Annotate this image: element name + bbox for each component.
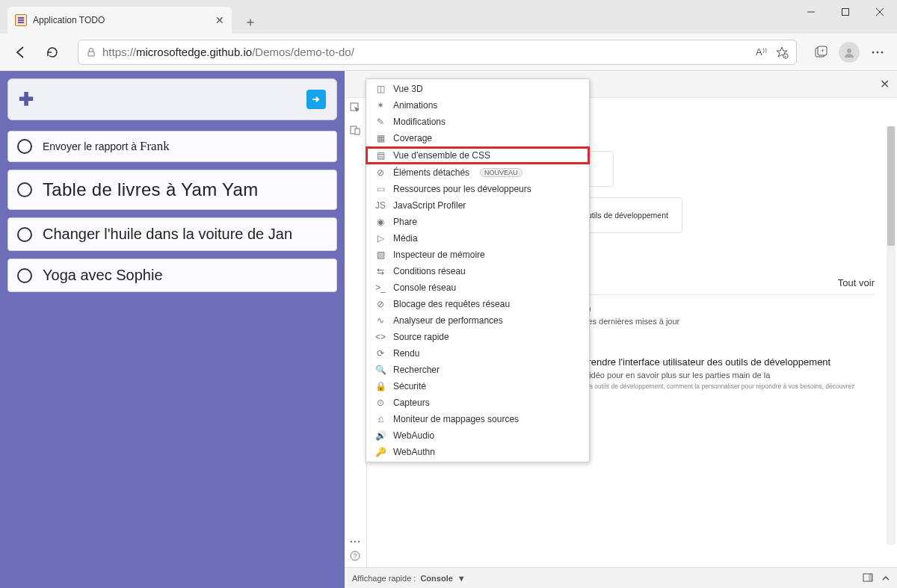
todo-item[interactable]: Changer l'huile dans la voiture de Jan (7, 217, 337, 251)
dock-icon[interactable] (863, 573, 873, 584)
svg-rect-17 (355, 129, 360, 134)
svg-point-25 (358, 541, 360, 542)
drawer-tab[interactable]: Console (420, 574, 452, 583)
todo-checkbox[interactable] (17, 182, 32, 197)
browser-tabstrip: Application TODO ✕ ＋ (0, 0, 897, 34)
menu-item[interactable]: ⎌Moniteur de mappages sources (366, 411, 589, 427)
more-button[interactable] (866, 40, 890, 64)
menu-item-icon: ∿ (375, 315, 386, 326)
menu-item[interactable]: ⇆Conditions réseau (366, 263, 589, 279)
more-tools-icon[interactable] (350, 533, 362, 545)
devtools-activity-bar (345, 98, 367, 567)
profile-button[interactable] (837, 40, 861, 64)
todo-checkbox[interactable] (17, 139, 32, 154)
collections-icon[interactable]: + (809, 40, 833, 64)
menu-item[interactable]: ⊙Capteurs (366, 394, 589, 411)
menu-item[interactable]: ▧Inspecteur de mémoire (366, 247, 589, 263)
browser-tab[interactable]: Application TODO ✕ (7, 7, 232, 34)
read-aloud-icon[interactable]: A⁾⁾ (756, 46, 769, 59)
menu-item-label: Phare (393, 217, 417, 227)
reload-button[interactable] (39, 39, 66, 66)
todo-checkbox[interactable] (17, 268, 32, 283)
help-icon[interactable]: ? (350, 551, 362, 563)
menu-item[interactable]: 🔑WebAuthn (366, 444, 589, 460)
menu-item-icon: ▷ (375, 233, 386, 244)
menu-item[interactable]: ⟳Rendu (366, 345, 589, 362)
menu-item-icon: <> (375, 332, 386, 342)
svg-text:A⁾⁾: A⁾⁾ (756, 46, 767, 58)
menu-item[interactable]: ◉Phare (366, 214, 589, 230)
new-tab-button[interactable]: ＋ (238, 10, 263, 34)
menu-item[interactable]: ∿Analyseur de performances (366, 312, 589, 329)
menu-item-label: Modifications (393, 117, 446, 127)
favorite-icon[interactable]: + (775, 46, 789, 59)
menu-item-icon: ⟳ (375, 348, 386, 359)
todo-checkbox[interactable] (17, 227, 32, 242)
menu-item-label: Vue d'ensemble de CSS (393, 150, 490, 161)
menu-item[interactable]: ▭Ressources pour les développeurs (366, 181, 589, 197)
devtools-close-icon[interactable]: ✕ (880, 77, 890, 91)
todo-text: Table de livres à Yam Yam (43, 179, 259, 200)
menu-item-icon: ▧ (375, 250, 386, 260)
menu-item-icon: ◫ (375, 84, 386, 94)
menu-item[interactable]: 🔊WebAudio (366, 427, 589, 444)
svg-point-11 (847, 49, 851, 53)
scrollbar[interactable] (887, 126, 896, 545)
address-bar[interactable]: https://microsoftedge.github.io/Demos/de… (78, 40, 797, 65)
new-badge: NOUVEAU (480, 168, 523, 177)
back-button[interactable] (7, 39, 34, 66)
menu-item-label: Console réseau (393, 282, 456, 293)
menu-item-label: WebAudio (393, 430, 434, 441)
todo-app: ✚ Envoyer le rapport à Frank Table de li… (0, 71, 345, 588)
menu-item[interactable]: ◫Vue 3D (366, 81, 589, 97)
menu-item-label: Ressources pour les développeurs (393, 184, 531, 194)
tab-close-icon[interactable]: ✕ (215, 14, 224, 26)
svg-point-13 (877, 51, 879, 53)
menu-item[interactable]: 🔒Sécurité (366, 378, 589, 394)
maximize-button[interactable] (828, 0, 863, 24)
menu-item[interactable]: ✎Modifications (366, 114, 589, 130)
menu-item-icon: >_ (375, 282, 386, 293)
menu-item-label: Animations (393, 100, 437, 111)
add-task-bar[interactable]: ✚ (7, 78, 337, 120)
todo-item[interactable]: Envoyer le rapport à Frank (7, 131, 337, 162)
tab-title: Application TODO (33, 15, 215, 25)
menu-item-label: Éléments détachés (393, 167, 469, 178)
menu-item-icon: ▤ (375, 150, 386, 161)
menu-item-icon: ⇆ (375, 266, 386, 276)
minimize-button[interactable] (794, 0, 828, 24)
todo-item[interactable]: Table de livres à Yam Yam (7, 170, 337, 210)
menu-item[interactable]: ▤Vue d'ensemble de CSS (366, 146, 590, 164)
inspect-icon[interactable] (350, 102, 362, 114)
device-icon[interactable] (350, 125, 362, 137)
menu-item[interactable]: JSJavaScript Profiler (366, 197, 589, 214)
menu-item[interactable]: ⊘Blocage des requêtes réseau (366, 296, 589, 312)
drawer-dropdown-icon[interactable]: ▼ (457, 574, 466, 583)
menu-item-label: Analyseur de performances (393, 315, 503, 326)
scroll-thumb[interactable] (887, 126, 895, 246)
menu-item[interactable]: ▦Coverage (366, 130, 589, 146)
plus-icon[interactable]: ✚ (19, 89, 34, 110)
menu-item-icon: 🔒 (375, 381, 386, 392)
browser-toolbar: https://microsoftedge.github.io/Demos/de… (0, 34, 897, 71)
menu-item[interactable]: ⊘Éléments détachésNOUVEAU (366, 164, 589, 181)
menu-item[interactable]: ▷Média (366, 230, 589, 247)
menu-item-label: Vue 3D (393, 84, 423, 94)
more-tools-menu: ◫Vue 3D✶Animations✎Modifications▦Coverag… (366, 78, 590, 462)
close-window-button[interactable] (863, 0, 897, 24)
menu-item-label: Source rapide (393, 332, 449, 342)
submit-button[interactable] (306, 90, 326, 109)
menu-item-label: Blocage des requêtes réseau (393, 299, 510, 309)
menu-item[interactable]: >_Console réseau (366, 279, 589, 296)
todo-item[interactable]: Yoga avec Sophie (7, 259, 337, 292)
menu-item-icon: ✶ (375, 100, 386, 111)
menu-item[interactable]: 🔍Rechercher (366, 362, 589, 378)
menu-item[interactable]: ✶Animations (366, 97, 589, 114)
menu-item-label: Moniteur de mappages sources (393, 414, 519, 424)
menu-item[interactable]: <>Source rapide (366, 329, 589, 345)
menu-item-label: Inspecteur de mémoire (393, 250, 485, 260)
menu-item-icon: 🔊 (375, 430, 386, 441)
tab-favicon (15, 14, 27, 26)
chevron-up-icon[interactable] (882, 574, 890, 583)
menu-item-icon: 🔍 (375, 365, 386, 375)
